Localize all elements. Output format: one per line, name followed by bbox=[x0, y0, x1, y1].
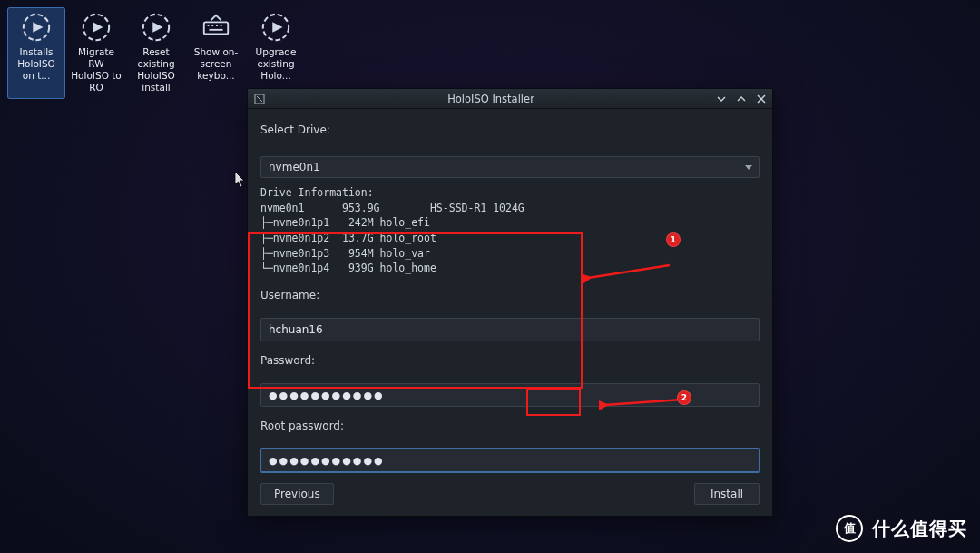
window-app-icon bbox=[253, 93, 266, 105]
drive-info-line: nvme0n1 953.9G HS-SSD-R1 1024G bbox=[260, 202, 524, 214]
username-label: Username: bbox=[260, 289, 760, 301]
window-title: HoloISO Installer bbox=[273, 93, 709, 105]
watermark: 值 什么值得买 bbox=[836, 515, 967, 542]
svg-marker-1 bbox=[33, 22, 43, 32]
select-drive-label: Select Drive: bbox=[260, 123, 760, 136]
installer-window: HoloISO Installer Select Drive: nvme0n1 … bbox=[247, 88, 773, 517]
drive-combobox[interactable]: nvme0n1 bbox=[260, 156, 760, 178]
desktop-icon-show-keyboard[interactable]: Show on-screen keybo... bbox=[187, 7, 245, 99]
close-button[interactable] bbox=[756, 94, 767, 104]
desktop-icon-upgrade-holoiso[interactable]: Upgrade existing Holo... bbox=[247, 7, 305, 99]
desktop-icon-label: Upgrade existing Holo... bbox=[250, 46, 302, 82]
drive-info-header: Drive Information: bbox=[260, 186, 374, 199]
drive-combobox-value: nvme0n1 bbox=[269, 161, 320, 173]
desktop-icon-label: Migrate RW HoloISO to RO bbox=[70, 46, 122, 94]
previous-button[interactable]: Previous bbox=[260, 483, 334, 505]
desktop-icon-label: Show on-screen keybo... bbox=[190, 46, 242, 82]
chevron-down-icon bbox=[744, 163, 753, 172]
application-icon bbox=[81, 12, 112, 43]
svg-line-15 bbox=[257, 96, 262, 102]
password-masked-value: ●●●●●●●●●●● bbox=[269, 390, 385, 400]
desktop-icon-label: Installs HoloISO on t... bbox=[10, 46, 63, 82]
drive-info-line: ├─nvme0n1p3 954M holo_var bbox=[260, 247, 430, 260]
minimize-button[interactable] bbox=[716, 94, 727, 104]
keyboard-icon bbox=[201, 12, 231, 43]
root-password-input[interactable]: ●●●●●●●●●●● bbox=[260, 449, 760, 472]
svg-marker-18 bbox=[745, 165, 752, 170]
watermark-logo-icon: 值 bbox=[836, 515, 863, 542]
drive-info-line: ├─nvme0n1p2 13.7G holo_root bbox=[260, 232, 436, 244]
root-password-masked-value: ●●●●●●●●●●● bbox=[269, 456, 385, 466]
application-icon bbox=[260, 12, 291, 43]
root-password-label: Root password: bbox=[260, 420, 760, 432]
svg-marker-3 bbox=[93, 22, 103, 32]
drive-info-line: └─nvme0n1p4 939G holo_home bbox=[260, 262, 436, 274]
svg-marker-13 bbox=[272, 22, 282, 32]
mouse-cursor-icon bbox=[234, 171, 247, 192]
desktop-icon-reset-install[interactable]: Reset existing HoloISO install bbox=[127, 7, 185, 99]
desktop-icon-label: Reset existing HoloISO install bbox=[130, 46, 182, 94]
window-body: Select Drive: nvme0n1 Drive Information:… bbox=[248, 109, 772, 516]
svg-rect-6 bbox=[204, 22, 228, 34]
svg-marker-5 bbox=[152, 22, 162, 32]
install-button[interactable]: Install bbox=[694, 483, 760, 505]
password-input[interactable]: ●●●●●●●●●●● bbox=[260, 383, 760, 407]
drive-info-block: Drive Information: nvme0n1 953.9G HS-SSD… bbox=[260, 185, 760, 276]
application-icon bbox=[141, 12, 172, 43]
watermark-text: 什么值得买 bbox=[872, 517, 967, 541]
password-label: Password: bbox=[260, 354, 760, 367]
drive-info-line: ├─nvme0n1p1 242M holo_efi bbox=[260, 216, 430, 229]
username-input[interactable]: hchuan16 bbox=[260, 318, 760, 341]
maximize-button[interactable] bbox=[736, 94, 747, 104]
titlebar[interactable]: HoloISO Installer bbox=[248, 89, 772, 109]
username-value: hchuan16 bbox=[269, 323, 323, 336]
application-icon bbox=[21, 12, 52, 43]
desktop-icon-install-holoiso[interactable]: Installs HoloISO on t... bbox=[7, 7, 65, 99]
desktop-icon-migrate-rw[interactable]: Migrate RW HoloISO to RO bbox=[67, 7, 125, 99]
desktop-icons-row: Installs HoloISO on t... Migrate RW Holo… bbox=[7, 7, 305, 99]
